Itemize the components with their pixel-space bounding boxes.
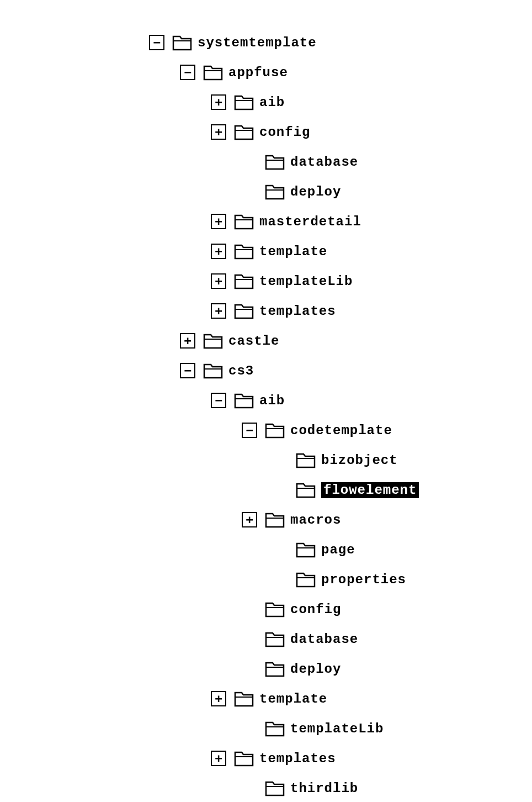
folder-label[interactable]: bizobject	[321, 453, 398, 468]
folder-icon	[234, 392, 254, 409]
node-appfuse-config[interactable]: +config	[149, 117, 532, 147]
folder-label[interactable]: database	[290, 155, 358, 170]
folder-icon	[203, 333, 223, 349]
collapse-icon[interactable]: −	[149, 35, 164, 50]
folder-label[interactable]: templateLib	[259, 274, 353, 289]
folder-label[interactable]: flowelement	[321, 482, 419, 498]
node-cs3-template[interactable]: +template	[149, 684, 532, 714]
node-cs3-bizobject[interactable]: bizobject	[149, 445, 532, 475]
folder-icon	[234, 94, 254, 110]
folder-label[interactable]: templateLib	[290, 721, 384, 736]
node-appfuse-deploy[interactable]: deploy	[149, 177, 532, 207]
folder-label[interactable]: templates	[259, 751, 336, 766]
folder-label[interactable]: appfuse	[228, 65, 288, 80]
folder-label[interactable]: systemtemplate	[198, 35, 317, 50]
node-cs3-page[interactable]: page	[149, 535, 532, 564]
folder-label[interactable]: config	[290, 602, 341, 617]
node-cs3-database[interactable]: database	[149, 624, 532, 654]
folder-icon	[203, 362, 223, 379]
folder-icon	[296, 482, 316, 498]
expand-icon[interactable]: +	[211, 751, 226, 766]
node-cs3-config[interactable]: config	[149, 594, 532, 624]
node-appfuse-templatelib[interactable]: +templateLib	[149, 266, 532, 296]
folder-icon	[234, 243, 254, 260]
folder-icon	[234, 690, 254, 707]
collapse-icon[interactable]: −	[242, 423, 257, 438]
folder-icon	[265, 661, 285, 677]
folder-label[interactable]: config	[259, 125, 310, 140]
folder-label[interactable]: deploy	[290, 662, 341, 677]
node-appfuse[interactable]: −appfuse	[149, 57, 532, 87]
folder-icon	[172, 34, 192, 51]
folder-tree: −systemtemplate−appfuse+aib+configdataba…	[149, 28, 532, 802]
folder-label[interactable]: template	[259, 692, 327, 706]
folder-icon	[234, 750, 254, 767]
folder-icon	[296, 571, 316, 588]
expand-icon[interactable]: +	[211, 303, 226, 319]
folder-label[interactable]: aib	[259, 393, 285, 408]
folder-label[interactable]: codetemplate	[290, 423, 392, 438]
folder-label[interactable]: aib	[259, 95, 285, 110]
expand-icon[interactable]: +	[211, 244, 226, 259]
node-appfuse-template[interactable]: +template	[149, 236, 532, 266]
node-cs3-thirdlib[interactable]: thirdlib	[149, 773, 532, 802]
collapse-icon[interactable]: −	[180, 65, 195, 80]
folder-icon	[265, 601, 285, 618]
folder-label[interactable]: database	[290, 632, 358, 647]
node-cs3-templatelib[interactable]: templateLib	[149, 714, 532, 743]
expand-icon[interactable]: +	[180, 333, 195, 349]
node-cs3-macros[interactable]: +macros	[149, 505, 532, 535]
folder-icon	[234, 124, 254, 140]
folder-icon	[265, 511, 285, 528]
node-cs3[interactable]: −cs3	[149, 356, 532, 386]
folder-label[interactable]: template	[259, 244, 327, 259]
folder-icon	[203, 64, 223, 81]
folder-label[interactable]: properties	[321, 572, 406, 587]
node-appfuse-masterdetail[interactable]: +masterdetail	[149, 207, 532, 236]
folder-label[interactable]: macros	[290, 513, 341, 527]
node-systemtemplate[interactable]: −systemtemplate	[149, 28, 532, 57]
folder-label[interactable]: deploy	[290, 184, 341, 199]
folder-icon	[265, 422, 285, 439]
node-cs3-deploy[interactable]: deploy	[149, 654, 532, 684]
folder-icon	[234, 303, 254, 319]
folder-icon	[296, 541, 316, 558]
collapse-icon[interactable]: −	[180, 363, 195, 378]
folder-icon	[265, 780, 285, 796]
node-appfuse-database[interactable]: database	[149, 147, 532, 177]
node-castle[interactable]: +castle	[149, 326, 532, 356]
expand-icon[interactable]: +	[242, 512, 257, 527]
folder-label[interactable]: castle	[228, 334, 279, 349]
node-cs3-codetemplate[interactable]: −codetemplate	[149, 415, 532, 445]
folder-icon	[265, 720, 285, 737]
folder-icon	[234, 273, 254, 289]
folder-icon	[234, 213, 254, 230]
folder-label[interactable]: masterdetail	[259, 214, 361, 229]
expand-icon[interactable]: +	[211, 94, 226, 110]
expand-icon[interactable]: +	[211, 214, 226, 229]
folder-icon	[296, 452, 316, 468]
node-cs3-aib[interactable]: −aib	[149, 386, 532, 415]
expand-icon[interactable]: +	[211, 691, 226, 706]
folder-icon	[265, 183, 285, 200]
node-cs3-flowelement[interactable]: flowelement	[149, 475, 532, 505]
expand-icon[interactable]: +	[211, 273, 226, 289]
node-appfuse-aib[interactable]: +aib	[149, 87, 532, 117]
folder-icon	[265, 154, 285, 170]
node-cs3-templates[interactable]: +templates	[149, 743, 532, 773]
folder-label[interactable]: cs3	[228, 363, 254, 378]
expand-icon[interactable]: +	[211, 124, 226, 140]
collapse-icon[interactable]: −	[211, 393, 226, 408]
folder-icon	[265, 631, 285, 647]
folder-label[interactable]: thirdlib	[290, 781, 358, 796]
folder-label[interactable]: page	[321, 542, 355, 557]
node-cs3-properties[interactable]: properties	[149, 564, 532, 594]
folder-label[interactable]: templates	[259, 304, 336, 319]
node-appfuse-templates[interactable]: +templates	[149, 296, 532, 326]
